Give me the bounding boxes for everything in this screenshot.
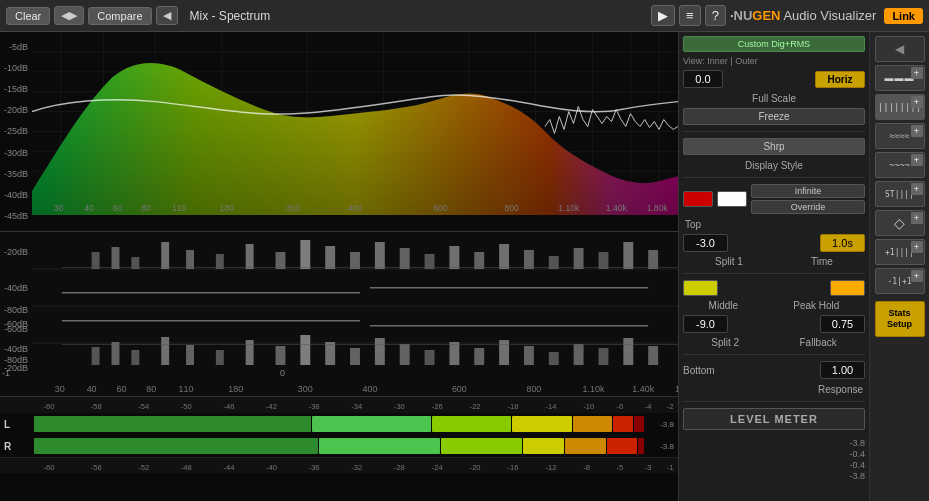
svg-text:-60: -60 [43,462,55,471]
svg-text:-3: -3 [645,462,652,471]
split1-value[interactable]: -3.0 [683,234,728,252]
st-icon: ST|||| [885,190,914,199]
divider-2 [683,177,865,178]
level-meter-label: LEVEL METER [730,413,818,425]
svg-text:60: 60 [116,384,126,394]
fallback-label: Fallback [800,337,837,348]
svg-rect-75 [425,350,435,365]
split2-label: Split 2 [711,337,739,348]
freq-label-svg: 30 40 60 80 110 180 300 400 600 800 1.10… [32,380,678,396]
display-style-btn-2[interactable]: |||||||| + [875,94,925,120]
override-button[interactable]: Override [751,200,865,214]
display-style-btn-6[interactable]: ◇ + [875,210,925,236]
list-button[interactable]: ≡ [679,5,701,26]
svg-text:110: 110 [179,384,194,394]
svg-rect-76 [449,342,459,365]
spectrum-db-labels: -5dB -10dB -15dB -20dB -25dB -30dB -35dB… [0,32,32,231]
help-button[interactable]: ? [705,5,726,26]
svg-text:-30: -30 [394,402,406,411]
minus1-label: -1 [2,368,10,378]
zero-label: 0 [280,368,285,378]
middle-color-swatch[interactable] [683,280,718,296]
fullscale-value[interactable]: 0.0 [683,70,723,88]
meter-bars-viz [32,232,678,380]
display-style-btn-4[interactable]: ~~~~ + [875,152,925,178]
display-style-btn-8[interactable]: -1|+1 + [875,268,925,294]
db-label-40: -40dB [0,190,32,200]
top-color2-swatch[interactable] [717,191,747,207]
middle-label: Middle [709,300,738,311]
meter-bars-svg [32,232,678,380]
left-arrow-icon: ◀ [895,42,904,56]
preset-button[interactable]: Custom Dig+RMS [683,36,865,52]
prev-button[interactable]: ◀ [156,6,178,25]
peak-hold-label: Peak Hold [793,300,839,311]
stats-setup-label: StatsSetup [887,308,912,330]
svg-rect-52 [499,244,509,269]
plus-icon-8: + [911,270,923,282]
display-style-btn-7[interactable]: +1|||| + [875,239,925,265]
svg-text:-20: -20 [470,462,482,471]
l-label: L [4,419,32,430]
divider-5 [683,401,865,402]
peak-color-swatch[interactable] [830,280,865,296]
top-color-swatch[interactable] [683,191,713,207]
svg-rect-40 [186,250,194,269]
compare-button[interactable]: Compare [88,7,151,25]
svg-text:-58: -58 [91,402,102,411]
split2-value[interactable]: -9.0 [683,315,728,333]
level-scale-bar: -60 -58 -54 -50 -46 -42 -38 -34 -30 -26 … [0,397,678,413]
db-label-5: -5dB [0,42,32,52]
horiz-button[interactable]: Horiz [815,71,865,88]
db-reading-38b: -3.8 [849,471,865,481]
track-title: Mix - Spectrum [182,9,648,23]
freeze-button[interactable]: Freeze [683,108,865,125]
link-button[interactable]: Link [884,8,923,24]
stats-setup-button[interactable]: StatsSetup [875,301,925,337]
response-value[interactable]: 1.00 [820,361,865,379]
svg-text:1.40k: 1.40k [632,384,654,394]
back-forward-button[interactable]: ◀▶ [54,6,84,25]
svg-text:1.40k: 1.40k [606,203,628,213]
svg-rect-85 [62,344,678,345]
infinite-button[interactable]: Infinite [751,184,865,198]
divider-4 [683,354,865,355]
svg-rect-45 [325,246,335,269]
split2-row: -9.0 0.75 [683,315,865,333]
bottom-db-svg: -60 -56 -52 -48 -44 -40 -36 -32 -28 -24 … [34,459,678,473]
svg-text:80: 80 [146,384,156,394]
svg-text:1.10k: 1.10k [583,384,605,394]
split1-row: -3.0 1.0s [683,234,865,252]
svg-rect-68 [246,340,254,365]
svg-rect-51 [474,252,484,269]
svg-rect-65 [161,337,169,365]
middle-color-row [683,280,865,296]
display-style-btn-3[interactable]: ≈≈≈≈ + [875,123,925,149]
collapse-button[interactable]: ◀ [875,36,925,62]
left-panel: -5dB -10dB -15dB -20dB -25dB -30dB -35dB… [0,32,679,501]
display-style-btn-1[interactable]: ▬▬▬ + [875,65,925,91]
clear-button[interactable]: Clear [6,7,50,25]
freeze-row: Freeze [683,108,865,125]
preset-row: Custom Dig+RMS [683,36,865,52]
display-style-btn-5[interactable]: ST|||| + [875,181,925,207]
fullscale-label: Full Scale [752,93,796,104]
svg-text:-38: -38 [309,402,320,411]
time-value[interactable]: 1.0s [820,234,865,252]
minus1plus1-icon: -1|+1 [887,277,911,286]
play-button[interactable]: ▶ [651,5,675,26]
svg-text:-2: -2 [667,402,674,411]
svg-text:1.10k: 1.10k [558,203,580,213]
svg-rect-48 [400,248,410,269]
meter-db-80b: -80dB [0,305,32,315]
l-right-labels: -3.8 [646,420,674,429]
svg-text:-1: -1 [667,462,674,471]
svg-text:-50: -50 [181,402,193,411]
bottom-label: Bottom [683,365,816,376]
fallback-value[interactable]: 0.75 [820,315,865,333]
rightmost-panel: ◀ ▬▬▬ + |||||||| + ≈≈≈≈ + ~~~~ + ST|||| … [869,32,929,501]
svg-text:300: 300 [286,203,300,213]
svg-rect-72 [350,348,360,365]
svg-rect-73 [375,338,385,365]
shrp-button[interactable]: Shrp [683,138,865,155]
